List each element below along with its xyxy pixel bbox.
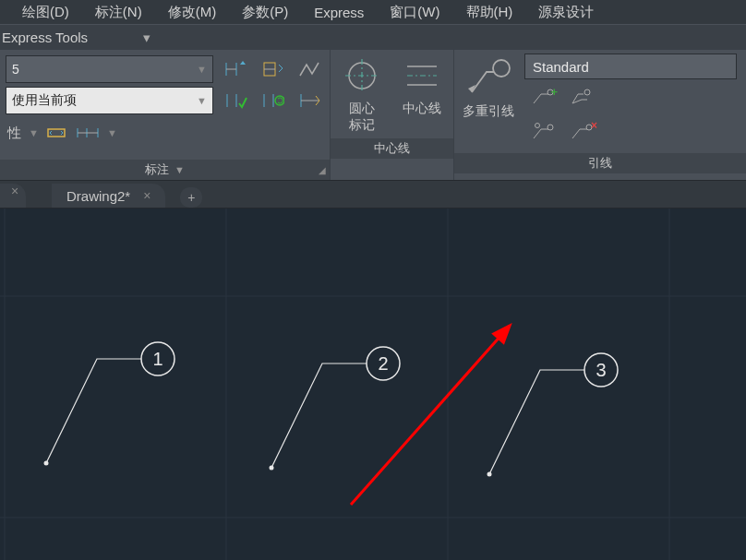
ribbon-panel-dimension: 5 ▼ 使用当前项 ▼ 性 ▼ ▼ [0, 50, 331, 180]
menu-modify[interactable]: 修改(M) [168, 4, 217, 21]
dim-layer-value: 使用当前项 [12, 92, 77, 109]
centerline-button[interactable]: 中心线 [396, 55, 449, 116]
svg-point-40 [270, 466, 274, 471]
svg-point-25 [493, 60, 510, 77]
dim-oblique-icon[interactable] [295, 87, 324, 114]
svg-point-28 [535, 124, 540, 128]
drawing-tab-active[interactable]: Drawing2* × [52, 184, 165, 208]
svg-point-27 [584, 89, 590, 95]
quick-dim-icon[interactable] [44, 122, 70, 144]
chevron-down-icon: ▼ [197, 64, 207, 75]
svg-line-17 [316, 96, 319, 101]
svg-point-29 [547, 125, 553, 130]
dim-reassoc-icon[interactable] [258, 87, 287, 114]
plus-badge-icon: + [550, 85, 558, 99]
dim-prop-label: 性 [6, 125, 23, 142]
svg-point-37 [44, 461, 49, 466]
dim-jog-icon[interactable] [295, 55, 324, 83]
dim-break-icon[interactable] [221, 55, 250, 83]
menu-bar: 绘图(D) 标注(N) 修改(M) 参数(P) Express 窗口(W) 帮助… [0, 0, 746, 24]
new-tab-button[interactable]: + [180, 187, 202, 208]
tab-label: Drawing2* [66, 188, 130, 204]
menu-dim[interactable]: 标注(N) [95, 4, 142, 21]
panel-title-dimension[interactable]: 标注 ▼ ◢ [0, 160, 330, 180]
ribbon: 5 ▼ 使用当前项 ▼ 性 ▼ ▼ [0, 50, 746, 181]
mleader-button[interactable]: 多重引线 [458, 54, 519, 149]
close-icon[interactable]: × [143, 188, 150, 203]
leader-2[interactable]: 2 [270, 347, 401, 471]
continue-dim-icon[interactable] [76, 122, 102, 144]
svg-point-43 [487, 472, 492, 477]
menu-draw[interactable]: 绘图(D) [22, 4, 69, 21]
menu-express[interactable]: Express [314, 5, 364, 20]
canvas-svg: 123 [0, 209, 746, 560]
mleader-style-value: Standard [533, 59, 589, 75]
mleader-add-icon[interactable]: + [530, 87, 556, 111]
panel-title-centerline: 中心线 [331, 138, 453, 159]
dim-check-icon[interactable] [221, 87, 250, 114]
dialog-launcher-icon[interactable]: ◢ [319, 165, 326, 175]
red-arrow-annotation [351, 326, 510, 505]
dim-style-combo[interactable]: 5 ▼ [6, 55, 213, 83]
chevron-down-icon: ▼ [174, 164, 185, 175]
svg-text:1: 1 [152, 349, 162, 369]
leader-3[interactable]: 3 [487, 353, 619, 477]
mleader-remove-icon[interactable]: × [569, 122, 595, 146]
dim-layer-combo[interactable]: 使用当前项 ▼ [6, 87, 213, 114]
prev-tab-edge[interactable]: × [0, 184, 26, 208]
ribbon-tab-bar: Express Tools ▾ [0, 24, 746, 50]
mleader-align-icon[interactable] [569, 87, 595, 111]
center-mark-label: 圆心 标记 [349, 100, 375, 133]
x-badge-icon: × [591, 119, 597, 132]
mleader-label: 多重引线 [463, 103, 514, 120]
chevron-down-icon[interactable]: ▼ [29, 127, 39, 138]
center-mark-button[interactable]: 圆心 标记 [336, 55, 389, 133]
menu-params[interactable]: 参数(P) [242, 4, 288, 21]
chevron-down-icon: ▼ [197, 95, 207, 106]
svg-text:3: 3 [596, 360, 606, 380]
close-icon[interactable]: × [0, 184, 18, 198]
grid [0, 209, 746, 560]
drawing-tab-bar: × Drawing2* × + [0, 181, 746, 209]
dim-style-value: 5 [12, 62, 19, 77]
menu-window[interactable]: 窗口(W) [390, 4, 439, 21]
dim-update-icon[interactable] [258, 55, 287, 83]
leader-1[interactable]: 1 [44, 342, 175, 466]
svg-text:2: 2 [378, 353, 388, 374]
chevron-down-icon[interactable]: ▼ [107, 127, 117, 138]
centerline-label: 中心线 [403, 100, 441, 116]
menu-yuanquan[interactable]: 源泉设计 [538, 4, 594, 21]
ribbon-tab-express[interactable]: Express Tools [2, 30, 88, 45]
svg-line-46 [351, 326, 510, 505]
mleader-collect-icon[interactable] [530, 122, 556, 146]
panel-title-leader: 引线 [454, 153, 746, 173]
drawing-canvas[interactable]: 123 [0, 209, 746, 560]
mleader-style-combo[interactable]: Standard [524, 54, 737, 79]
ribbon-panel-centerline: 圆心 标记 中心线 中心线 [331, 50, 454, 180]
menu-help[interactable]: 帮助(H) [466, 4, 513, 21]
ribbon-panel-leader: 多重引线 Standard + [454, 50, 746, 180]
ribbon-tab-dropdown-icon[interactable]: ▾ [143, 30, 150, 46]
svg-line-18 [316, 101, 319, 105]
